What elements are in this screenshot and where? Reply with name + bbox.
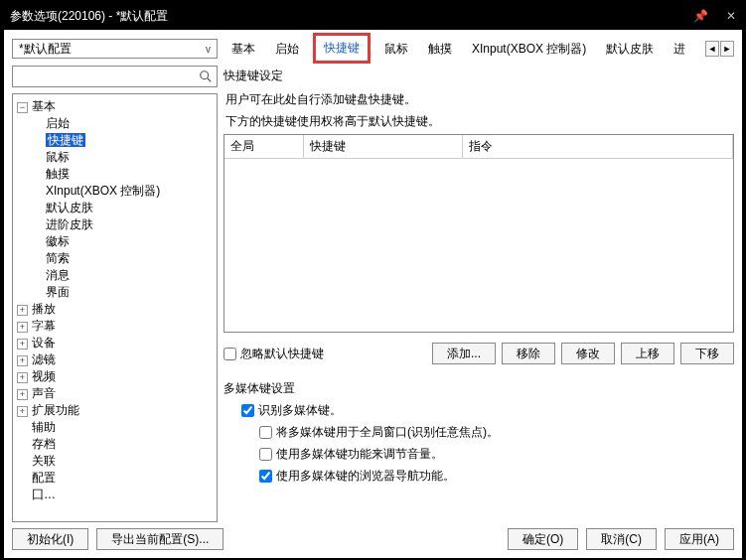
initialize-button[interactable]: 初始化(I) bbox=[12, 528, 88, 550]
global-media-check[interactable]: 将多媒体键用于全局窗口(识别任意焦点)。 bbox=[259, 421, 734, 443]
hotkey-actions: 忽略默认快捷键 添加... 移除 修改 上移 下移 bbox=[224, 343, 734, 364]
tab-scroll-right[interactable]: ► bbox=[720, 41, 734, 57]
tree-node-message[interactable]: 消息 bbox=[46, 268, 70, 282]
global-media-checkbox[interactable] bbox=[259, 426, 272, 439]
tree-node-device[interactable]: 设备 bbox=[32, 336, 56, 350]
tree-node-extension[interactable]: 扩展功能 bbox=[32, 403, 79, 417]
modify-button[interactable]: 修改 bbox=[561, 343, 615, 364]
tree-node-filter[interactable]: 滤镜 bbox=[32, 352, 56, 366]
profile-combo[interactable]: *默认配置 v bbox=[12, 39, 218, 59]
recognize-media-check[interactable]: 识别多媒体键。 bbox=[241, 399, 734, 421]
tree-node-basic[interactable]: 基本 bbox=[32, 99, 56, 113]
hotkey-desc-1: 用户可在此处自行添加键盘快捷键。 bbox=[224, 90, 734, 108]
tree-node-video[interactable]: 视频 bbox=[32, 369, 56, 383]
tab-bar: 基本 启始 快捷键 鼠标 触摸 XInput(XBOX 控制器) 默认皮肤 进 … bbox=[225, 35, 734, 64]
search-box[interactable] bbox=[12, 66, 218, 87]
ignore-default-label: 忽略默认快捷键 bbox=[240, 346, 324, 362]
group-hotkey-title: 快捷键设定 bbox=[224, 66, 734, 86]
up-button[interactable]: 上移 bbox=[621, 343, 674, 364]
right-pane: 快捷键设定 用户可在此处自行添加键盘快捷键。 下方的快捷键使用权将高于默认快捷键… bbox=[224, 66, 734, 522]
global-media-label: 将多媒体键用于全局窗口(识别任意焦点)。 bbox=[276, 421, 499, 443]
titlebar: 参数选项(220106) - *默认配置 📌 ✕ bbox=[2, 2, 744, 30]
tab-xinput[interactable]: XInput(XBOX 控制器) bbox=[466, 39, 592, 60]
footer: 初始化(I) 导出当前配置(S)... 确定(O) 取消(C) 应用(A) bbox=[12, 528, 734, 550]
tree-expand-icon[interactable]: + bbox=[17, 372, 28, 383]
hotkey-table[interactable]: 全局 快捷键 指令 bbox=[224, 134, 734, 333]
search-icon bbox=[199, 70, 213, 83]
apply-button[interactable]: 应用(A) bbox=[665, 528, 734, 550]
tab-basic[interactable]: 基本 bbox=[225, 39, 261, 60]
tree-node-start[interactable]: 启始 bbox=[46, 116, 70, 130]
tree-expand-icon[interactable]: + bbox=[17, 355, 28, 366]
chevron-down-icon: v bbox=[206, 44, 211, 55]
tree-expand-icon[interactable]: + bbox=[17, 322, 28, 333]
tab-mouse[interactable]: 鼠标 bbox=[378, 39, 414, 60]
tree-node-assoc[interactable]: 关联 bbox=[32, 454, 56, 468]
volume-media-check[interactable]: 使用多媒体键功能来调节音量。 bbox=[259, 443, 734, 465]
tree-node-config[interactable]: 配置 bbox=[32, 471, 56, 485]
content-area: *默认配置 v 基本 启始 快捷键 鼠标 触摸 XInput(XBOX 控制器)… bbox=[4, 30, 742, 558]
svg-point-0 bbox=[201, 71, 209, 79]
table-header: 全局 快捷键 指令 bbox=[224, 135, 733, 159]
tree-node-skin[interactable]: 默认皮肤 bbox=[46, 201, 93, 214]
recognize-media-label: 识别多媒体键。 bbox=[258, 399, 342, 421]
volume-media-label: 使用多媒体键功能来调节音量。 bbox=[276, 443, 443, 465]
body: −基本 启始 快捷键 鼠标 触摸 XInput(XBOX 控制器) 默认皮肤 进… bbox=[12, 66, 734, 522]
tree-node-subtitle[interactable]: 字幕 bbox=[32, 319, 56, 333]
tree-node-audio[interactable]: 声音 bbox=[32, 386, 56, 400]
add-button[interactable]: 添加... bbox=[432, 343, 496, 364]
tree-expand-icon[interactable]: + bbox=[17, 389, 28, 400]
preferences-window: 参数选项(220106) - *默认配置 📌 ✕ *默认配置 v 基本 启始 快… bbox=[0, 0, 746, 560]
tree-expand-icon[interactable]: + bbox=[17, 305, 28, 316]
tree-node-ui[interactable]: 界面 bbox=[46, 285, 70, 299]
tree-node-logo[interactable]: 徽标 bbox=[46, 234, 70, 248]
tree-expand-icon[interactable]: + bbox=[17, 339, 28, 350]
browser-media-checkbox[interactable] bbox=[259, 470, 272, 483]
tree-node-hotkeys[interactable]: 快捷键 bbox=[46, 133, 85, 147]
table-body bbox=[224, 159, 733, 332]
ignore-default-check[interactable]: 忽略默认快捷键 bbox=[224, 346, 324, 362]
tree-node-mouse[interactable]: 鼠标 bbox=[46, 150, 70, 164]
tab-skin[interactable]: 默认皮肤 bbox=[600, 39, 660, 60]
down-button[interactable]: 下移 bbox=[680, 343, 734, 364]
tab-more[interactable]: 进 bbox=[668, 39, 691, 60]
media-key-title: 多媒体键设置 bbox=[224, 378, 734, 399]
pin-icon[interactable]: 📌 bbox=[693, 9, 708, 23]
tree-node-search[interactable]: 简索 bbox=[46, 251, 70, 265]
cancel-button[interactable]: 取消(C) bbox=[586, 528, 657, 550]
remove-button[interactable]: 移除 bbox=[502, 343, 555, 364]
window-title: 参数选项(220106) - *默认配置 bbox=[10, 8, 693, 25]
tree-node-touch[interactable]: 触摸 bbox=[46, 167, 70, 181]
col-global[interactable]: 全局 bbox=[224, 135, 304, 158]
recognize-media-checkbox[interactable] bbox=[241, 404, 254, 417]
window-controls: 📌 ✕ bbox=[693, 9, 736, 23]
tree-node-playback[interactable]: 播放 bbox=[32, 302, 56, 316]
tree-expand-icon[interactable]: + bbox=[17, 406, 28, 417]
media-key-group: 多媒体键设置 识别多媒体键。 将多媒体键用于全局窗口(识别任意焦点)。 使用多媒… bbox=[224, 378, 734, 487]
col-command[interactable]: 指令 bbox=[463, 135, 733, 158]
close-icon[interactable]: ✕ bbox=[726, 9, 736, 23]
tab-scroll-left[interactable]: ◄ bbox=[705, 41, 719, 57]
volume-media-checkbox[interactable] bbox=[259, 448, 272, 461]
tab-touch[interactable]: 触摸 bbox=[422, 39, 458, 60]
ok-button[interactable]: 确定(O) bbox=[508, 528, 578, 550]
tree-node-xinput[interactable]: XInput(XBOX 控制器) bbox=[46, 184, 160, 198]
tree-node-helper[interactable]: 辅助 bbox=[32, 420, 56, 434]
export-button[interactable]: 导出当前配置(S)... bbox=[96, 528, 224, 550]
hotkey-desc-2: 下方的快捷键使用权将高于默认快捷键。 bbox=[224, 112, 734, 130]
profile-combo-value: *默认配置 bbox=[19, 41, 72, 58]
tree-collapse-icon[interactable]: − bbox=[17, 102, 28, 113]
left-pane: −基本 启始 快捷键 鼠标 触摸 XInput(XBOX 控制器) 默认皮肤 进… bbox=[12, 66, 218, 522]
tree-node-archive[interactable]: 存档 bbox=[32, 437, 56, 451]
tab-start[interactable]: 启始 bbox=[269, 39, 305, 60]
tab-hotkeys[interactable]: 快捷键 bbox=[313, 33, 371, 64]
tree-node-advskin[interactable]: 进阶皮肤 bbox=[46, 217, 93, 231]
category-tree[interactable]: −基本 启始 快捷键 鼠标 触摸 XInput(XBOX 控制器) 默认皮肤 进… bbox=[12, 93, 218, 522]
col-hotkey[interactable]: 快捷键 bbox=[304, 135, 463, 158]
ignore-default-checkbox[interactable] bbox=[224, 348, 236, 360]
tree-node-trunc[interactable]: 囗… bbox=[32, 488, 56, 501]
browser-media-label: 使用多媒体键的浏览器导航功能。 bbox=[276, 465, 455, 487]
svg-line-1 bbox=[208, 78, 212, 82]
browser-media-check[interactable]: 使用多媒体键的浏览器导航功能。 bbox=[259, 465, 734, 487]
tab-scroll: ◄ ► bbox=[705, 41, 734, 57]
